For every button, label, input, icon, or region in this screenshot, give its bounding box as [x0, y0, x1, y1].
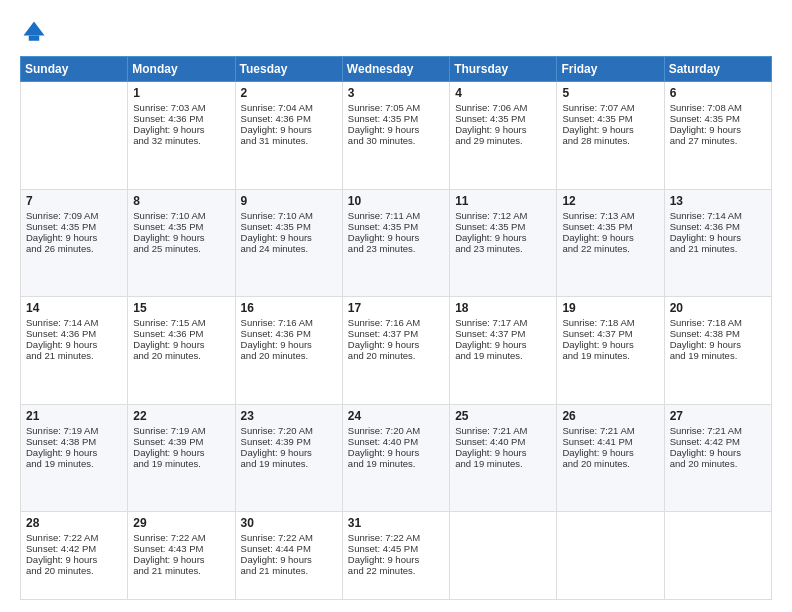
cell-info-line: Sunrise: 7:08 AM — [670, 102, 766, 113]
calendar-cell: 4Sunrise: 7:06 AMSunset: 4:35 PMDaylight… — [450, 82, 557, 190]
cell-info-line: and 19 minutes. — [26, 458, 122, 469]
cell-info-line: Sunset: 4:35 PM — [670, 113, 766, 124]
cell-info-line: and 22 minutes. — [348, 565, 444, 576]
cell-info-line: and 19 minutes. — [455, 458, 551, 469]
calendar-cell — [450, 512, 557, 600]
cell-info-line: Sunset: 4:42 PM — [670, 436, 766, 447]
cell-info-line: Daylight: 9 hours — [670, 447, 766, 458]
cell-info-line: and 21 minutes. — [133, 565, 229, 576]
week-row-3: 14Sunrise: 7:14 AMSunset: 4:36 PMDayligh… — [21, 297, 772, 405]
cell-info-line: and 19 minutes. — [455, 350, 551, 361]
day-number: 21 — [26, 409, 122, 423]
calendar-cell: 21Sunrise: 7:19 AMSunset: 4:38 PMDayligh… — [21, 404, 128, 512]
cell-info-line: Daylight: 9 hours — [670, 124, 766, 135]
cell-info-line: Sunrise: 7:14 AM — [670, 210, 766, 221]
cell-info-line: Sunrise: 7:15 AM — [133, 317, 229, 328]
cell-info-line: Sunrise: 7:21 AM — [455, 425, 551, 436]
calendar-cell: 23Sunrise: 7:20 AMSunset: 4:39 PMDayligh… — [235, 404, 342, 512]
day-number: 9 — [241, 194, 337, 208]
cell-info-line: Daylight: 9 hours — [670, 339, 766, 350]
cell-info-line: Sunset: 4:38 PM — [26, 436, 122, 447]
cell-info-line: Daylight: 9 hours — [26, 232, 122, 243]
weekday-header-row: SundayMondayTuesdayWednesdayThursdayFrid… — [21, 57, 772, 82]
cell-info-line: Sunrise: 7:22 AM — [348, 532, 444, 543]
cell-info-line: Daylight: 9 hours — [241, 339, 337, 350]
svg-marker-0 — [24, 22, 45, 36]
cell-info-line: Sunset: 4:35 PM — [348, 221, 444, 232]
cell-info-line: Daylight: 9 hours — [670, 232, 766, 243]
calendar-cell: 9Sunrise: 7:10 AMSunset: 4:35 PMDaylight… — [235, 189, 342, 297]
cell-info-line: Sunrise: 7:22 AM — [241, 532, 337, 543]
cell-info-line: Sunrise: 7:04 AM — [241, 102, 337, 113]
day-number: 25 — [455, 409, 551, 423]
cell-info-line: Sunset: 4:40 PM — [455, 436, 551, 447]
cell-info-line: and 23 minutes. — [455, 243, 551, 254]
calendar-cell: 25Sunrise: 7:21 AMSunset: 4:40 PMDayligh… — [450, 404, 557, 512]
calendar-cell: 6Sunrise: 7:08 AMSunset: 4:35 PMDaylight… — [664, 82, 771, 190]
cell-info-line: Sunset: 4:37 PM — [348, 328, 444, 339]
cell-info-line: Daylight: 9 hours — [26, 339, 122, 350]
day-number: 29 — [133, 516, 229, 530]
calendar-cell: 10Sunrise: 7:11 AMSunset: 4:35 PMDayligh… — [342, 189, 449, 297]
cell-info-line: Sunrise: 7:06 AM — [455, 102, 551, 113]
cell-info-line: Daylight: 9 hours — [455, 232, 551, 243]
cell-info-line: Daylight: 9 hours — [133, 447, 229, 458]
calendar-cell: 19Sunrise: 7:18 AMSunset: 4:37 PMDayligh… — [557, 297, 664, 405]
cell-info-line: Daylight: 9 hours — [562, 447, 658, 458]
calendar-cell: 31Sunrise: 7:22 AMSunset: 4:45 PMDayligh… — [342, 512, 449, 600]
weekday-header-thursday: Thursday — [450, 57, 557, 82]
cell-info-line: Sunset: 4:36 PM — [670, 221, 766, 232]
cell-info-line: Sunrise: 7:10 AM — [241, 210, 337, 221]
calendar-cell: 14Sunrise: 7:14 AMSunset: 4:36 PMDayligh… — [21, 297, 128, 405]
cell-info-line: Sunrise: 7:20 AM — [348, 425, 444, 436]
cell-info-line: and 30 minutes. — [348, 135, 444, 146]
cell-info-line: Daylight: 9 hours — [26, 554, 122, 565]
calendar-cell — [557, 512, 664, 600]
cell-info-line: and 20 minutes. — [26, 565, 122, 576]
calendar-table: SundayMondayTuesdayWednesdayThursdayFrid… — [20, 56, 772, 600]
day-number: 10 — [348, 194, 444, 208]
cell-info-line: Sunset: 4:35 PM — [133, 221, 229, 232]
day-number: 1 — [133, 86, 229, 100]
cell-info-line: Sunrise: 7:21 AM — [670, 425, 766, 436]
logo — [20, 18, 52, 46]
cell-info-line: Daylight: 9 hours — [26, 447, 122, 458]
day-number: 2 — [241, 86, 337, 100]
day-number: 18 — [455, 301, 551, 315]
week-row-2: 7Sunrise: 7:09 AMSunset: 4:35 PMDaylight… — [21, 189, 772, 297]
cell-info-line: Daylight: 9 hours — [348, 232, 444, 243]
cell-info-line: and 32 minutes. — [133, 135, 229, 146]
cell-info-line: Sunset: 4:35 PM — [455, 221, 551, 232]
calendar-cell: 27Sunrise: 7:21 AMSunset: 4:42 PMDayligh… — [664, 404, 771, 512]
cell-info-line: and 21 minutes. — [241, 565, 337, 576]
cell-info-line: Sunrise: 7:16 AM — [348, 317, 444, 328]
day-number: 14 — [26, 301, 122, 315]
cell-info-line: Sunrise: 7:22 AM — [133, 532, 229, 543]
calendar-cell: 26Sunrise: 7:21 AMSunset: 4:41 PMDayligh… — [557, 404, 664, 512]
day-number: 8 — [133, 194, 229, 208]
day-number: 27 — [670, 409, 766, 423]
calendar-cell — [21, 82, 128, 190]
cell-info-line: Sunrise: 7:21 AM — [562, 425, 658, 436]
week-row-4: 21Sunrise: 7:19 AMSunset: 4:38 PMDayligh… — [21, 404, 772, 512]
cell-info-line: Sunrise: 7:11 AM — [348, 210, 444, 221]
cell-info-line: and 21 minutes. — [670, 243, 766, 254]
cell-info-line: Sunset: 4:35 PM — [455, 113, 551, 124]
cell-info-line: and 20 minutes. — [241, 350, 337, 361]
page: SundayMondayTuesdayWednesdayThursdayFrid… — [0, 0, 792, 612]
cell-info-line: Sunset: 4:42 PM — [26, 543, 122, 554]
day-number: 16 — [241, 301, 337, 315]
calendar-cell: 13Sunrise: 7:14 AMSunset: 4:36 PMDayligh… — [664, 189, 771, 297]
cell-info-line: Sunrise: 7:22 AM — [26, 532, 122, 543]
cell-info-line: Daylight: 9 hours — [455, 447, 551, 458]
cell-info-line: Sunset: 4:35 PM — [348, 113, 444, 124]
cell-info-line: Sunset: 4:39 PM — [241, 436, 337, 447]
cell-info-line: Daylight: 9 hours — [348, 447, 444, 458]
cell-info-line: Sunrise: 7:14 AM — [26, 317, 122, 328]
day-number: 6 — [670, 86, 766, 100]
calendar-cell: 3Sunrise: 7:05 AMSunset: 4:35 PMDaylight… — [342, 82, 449, 190]
cell-info-line: and 19 minutes. — [241, 458, 337, 469]
day-number: 4 — [455, 86, 551, 100]
cell-info-line: and 22 minutes. — [562, 243, 658, 254]
week-row-1: 1Sunrise: 7:03 AMSunset: 4:36 PMDaylight… — [21, 82, 772, 190]
